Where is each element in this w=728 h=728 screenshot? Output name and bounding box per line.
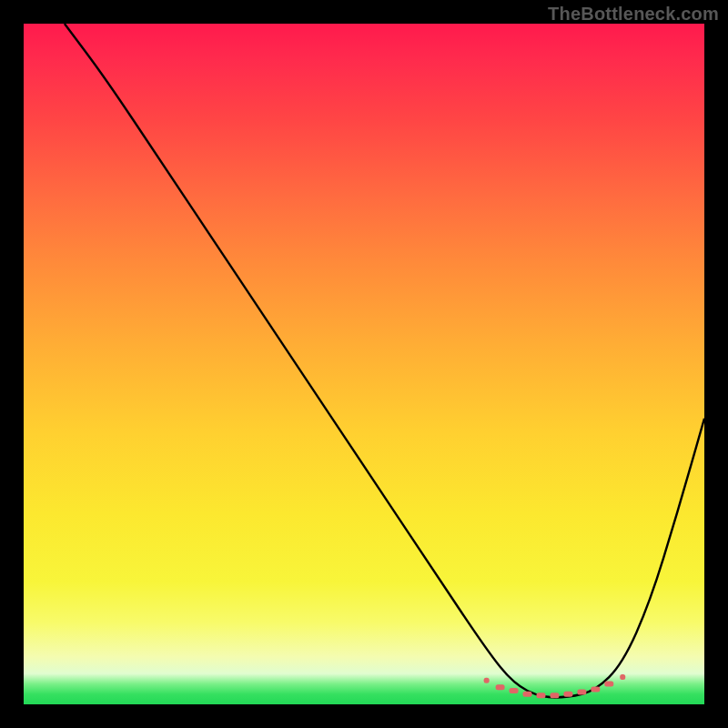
svg-rect-5 [550,693,559,698]
optimal-range-marker [484,674,626,698]
svg-rect-7 [577,690,586,695]
svg-rect-8 [591,687,600,693]
watermark-text: TheBottleneck.com [548,4,719,25]
svg-rect-1 [496,684,505,690]
svg-rect-3 [523,692,532,697]
chart-svg [24,24,704,704]
svg-rect-0 [484,678,490,683]
svg-rect-4 [536,693,545,698]
chart-container: TheBottleneck.com [0,0,728,728]
svg-rect-9 [604,682,613,687]
svg-rect-6 [563,692,572,697]
svg-rect-2 [510,688,519,693]
bottleneck-curve [65,24,704,698]
plot-area [24,24,704,704]
svg-rect-10 [620,674,625,680]
